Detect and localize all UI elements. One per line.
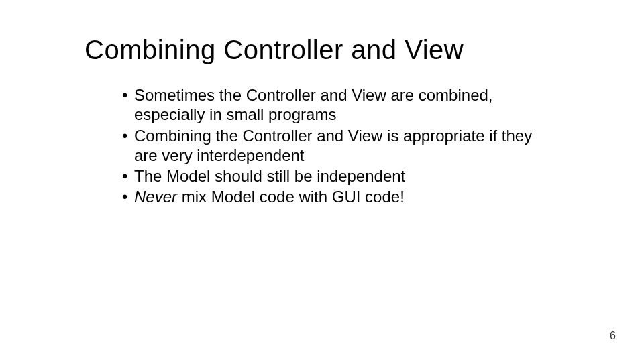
bullet-item: The Model should still be independent <box>122 166 551 186</box>
bullet-text: mix Model code with GUI code! <box>177 188 405 206</box>
bullet-item: Combining the Controller and View is app… <box>122 126 551 166</box>
bullet-list: Sometimes the Controller and View are co… <box>122 85 551 207</box>
bullet-item: Sometimes the Controller and View are co… <box>122 85 551 125</box>
slide: Combining Controller and View Sometimes … <box>0 0 644 362</box>
bullet-item: Never mix Model code with GUI code! <box>122 187 551 206</box>
slide-title: Combining Controller and View <box>85 35 590 65</box>
emphasis-text: Never <box>134 188 177 206</box>
page-number: 6 <box>610 330 616 342</box>
slide-body: Sometimes the Controller and View are co… <box>85 85 551 207</box>
